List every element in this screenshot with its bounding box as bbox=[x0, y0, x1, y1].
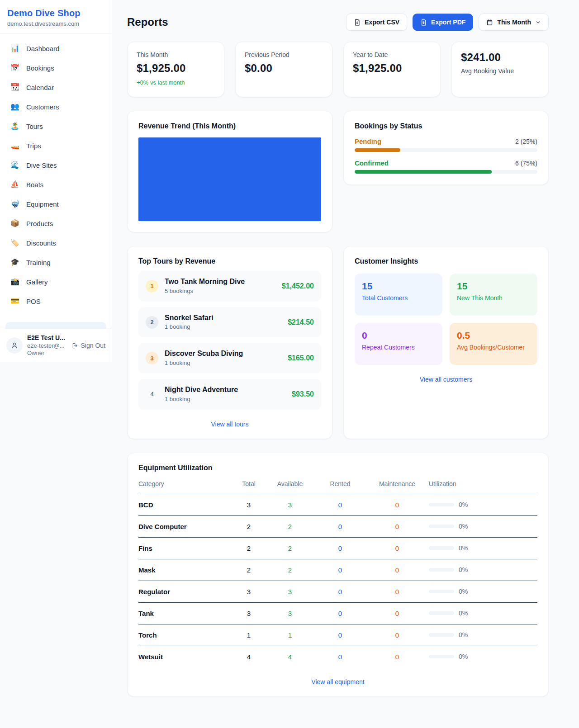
table-row: Regulator 3 3 0 0 0% bbox=[138, 581, 537, 603]
tour-name: Snorkel Safari bbox=[165, 313, 288, 323]
stat-previous-period: Previous Period $0.00 bbox=[235, 42, 332, 97]
status-row-confirmed: Confirmed 6 (75%) bbox=[355, 159, 537, 174]
sidebar-item-pos[interactable]: 💳 POS bbox=[5, 293, 106, 310]
equipment-total: 2 bbox=[233, 544, 265, 552]
sidebar-item-gallery[interactable]: 📸 Gallery bbox=[5, 273, 106, 290]
equipment-category: Dive Computer bbox=[138, 523, 233, 530]
revenue-trend-chart bbox=[138, 137, 321, 221]
sidebar-item-label: Discounts bbox=[26, 239, 56, 247]
equipment-available: 2 bbox=[265, 523, 315, 530]
reports-page: Demo Dive Shop demo.test.divestreams.com… bbox=[0, 0, 579, 728]
user-panel: E2E Test U... e2e-tester@... Owner Sign … bbox=[0, 329, 112, 362]
equipment-rented: 0 bbox=[315, 588, 365, 596]
sidebar-item-trips[interactable]: 🚤 Trips bbox=[5, 137, 106, 154]
page-header: Reports Export CSV Export PDF bbox=[127, 14, 549, 31]
stat-year-to-date: Year to Date $1,925.00 bbox=[343, 42, 441, 97]
export-pdf-button[interactable]: Export PDF bbox=[413, 14, 473, 31]
col-utilization: Utilization bbox=[429, 480, 537, 487]
sidebar-item-training[interactable]: 🎓 Training bbox=[5, 254, 106, 271]
stat-delta: +0% vs last month bbox=[137, 79, 215, 86]
pos-icon: 💳 bbox=[10, 298, 20, 305]
equipment-rented: 0 bbox=[315, 523, 365, 530]
equipment-total: 2 bbox=[233, 523, 265, 530]
equipment-total: 2 bbox=[233, 566, 265, 574]
stat-avg-booking-value: $241.00 Avg Booking Value bbox=[451, 42, 549, 97]
view-all-equipment-link[interactable]: View all equipment bbox=[138, 678, 537, 685]
tour-list-item: 4 Night Dive Adventure 1 booking $93.50 bbox=[138, 379, 321, 410]
sidebar-item-products[interactable]: 📦 Products bbox=[5, 215, 106, 232]
equipment-rented: 0 bbox=[315, 653, 365, 661]
table-row: BCD 3 3 0 0 0% bbox=[138, 494, 537, 516]
status-label: Confirmed bbox=[355, 159, 389, 167]
calendar-icon bbox=[486, 19, 493, 26]
shop-name: Demo Dive Shop bbox=[7, 8, 104, 19]
equipment-category: Regulator bbox=[138, 588, 233, 596]
sidebar-item-label: Dive Sites bbox=[26, 161, 57, 169]
view-all-customers-link[interactable]: View all customers bbox=[355, 376, 537, 383]
col-rented: Rented bbox=[315, 480, 365, 487]
stat-this-month: This Month $1,925.00 +0% vs last month bbox=[127, 42, 224, 97]
utilization-bar bbox=[429, 546, 454, 550]
stat-value: $0.00 bbox=[245, 62, 323, 75]
equipment-rented: 0 bbox=[315, 631, 365, 639]
sidebar-item-discounts[interactable]: 🏷️ Discounts bbox=[5, 234, 106, 251]
view-all-tours-link[interactable]: View all tours bbox=[138, 421, 321, 428]
chevron-down-icon bbox=[535, 19, 541, 25]
sidebar-item-equipment[interactable]: 🤿 Equipment bbox=[5, 195, 106, 213]
sidebar-item-bookings[interactable]: 📅 Bookings bbox=[5, 59, 106, 76]
main-content: Reports Export CSV Export PDF bbox=[127, 0, 549, 697]
period-selector[interactable]: This Month bbox=[479, 14, 549, 31]
sidebar-item-label: Bookings bbox=[26, 64, 54, 72]
sidebar-item-label: Tours bbox=[26, 123, 43, 130]
sidebar-item-dive-sites[interactable]: 🌊 Dive Sites bbox=[5, 156, 106, 174]
status-count: 6 (75%) bbox=[515, 160, 537, 167]
top-tours-card: Top Tours by Revenue 1 Two Tank Morning … bbox=[127, 246, 332, 439]
sidebar-item-label: Calendar bbox=[26, 84, 54, 91]
equipment-rented: 0 bbox=[315, 544, 365, 552]
sidebar-item-label: Equipment bbox=[26, 200, 59, 208]
tour-list-item: 3 Discover Scuba Diving 1 booking $165.0… bbox=[138, 343, 321, 373]
rank-badge: 4 bbox=[146, 388, 158, 401]
revenue-trend-title: Revenue Trend (This Month) bbox=[138, 122, 321, 130]
sidebar-item-dashboard[interactable]: 📊 Dashboard bbox=[5, 40, 106, 57]
col-available: Available bbox=[265, 480, 315, 487]
sidebar-item-label: Dashboard bbox=[26, 45, 59, 52]
equipment-maintenance: 0 bbox=[365, 566, 429, 574]
sidebar-item-label: Products bbox=[26, 220, 53, 227]
table-row: Dive Computer 2 2 0 0 0% bbox=[138, 516, 537, 538]
bookings-by-status-card: Bookings by Status Pending 2 (25%) Confi… bbox=[343, 111, 549, 185]
equipment-utilization-card: Equipment Utilization Category Total Ava… bbox=[127, 453, 549, 697]
sidebar-item-boats[interactable]: ⛵ Boats bbox=[5, 176, 106, 193]
tour-revenue: $214.50 bbox=[288, 318, 314, 326]
equipment-available: 2 bbox=[265, 566, 315, 574]
equipment-available: 2 bbox=[265, 544, 315, 552]
stat-value: $1,925.00 bbox=[137, 62, 215, 75]
utilization-bar bbox=[429, 590, 454, 593]
export-csv-button[interactable]: Export CSV bbox=[346, 14, 407, 31]
tile-value: 15 bbox=[362, 281, 435, 292]
table-row: Tank 3 3 0 0 0% bbox=[138, 603, 537, 624]
sign-out-button[interactable]: Sign Out bbox=[71, 342, 105, 349]
sidebar-item-label: Boats bbox=[26, 181, 43, 189]
dashboard-icon: 📊 bbox=[10, 45, 20, 52]
progress-fill bbox=[355, 148, 400, 152]
sidebar-item-customers[interactable]: 👥 Customers bbox=[5, 98, 106, 115]
utilization-value: 0% bbox=[459, 631, 468, 638]
boats-icon: ⛵ bbox=[10, 181, 20, 188]
status-count: 2 (25%) bbox=[515, 138, 537, 145]
table-row: Wetsuit 4 4 0 0 0% bbox=[138, 646, 537, 667]
period-label: This Month bbox=[497, 19, 531, 26]
sidebar-nav: 📊 Dashboard 📅 Bookings 📆 Calendar 👥 Cust… bbox=[5, 40, 106, 312]
col-category: Category bbox=[138, 480, 233, 487]
sidebar-item-tours[interactable]: 🏝️ Tours bbox=[5, 118, 106, 135]
tile-value: 15 bbox=[457, 281, 530, 292]
tour-revenue: $1,452.00 bbox=[282, 282, 314, 290]
tour-bookings: 1 booking bbox=[165, 359, 288, 367]
customer-insights-card: Customer Insights 15 Total Customers 15 … bbox=[343, 246, 549, 439]
equipment-maintenance: 0 bbox=[365, 501, 429, 509]
insight-tiles: 15 Total Customers 15 New This Month 0 R… bbox=[355, 274, 537, 365]
equipment-category: Tank bbox=[138, 610, 233, 617]
avatar bbox=[6, 337, 23, 354]
sidebar-item-calendar[interactable]: 📆 Calendar bbox=[5, 79, 106, 96]
equipment-maintenance: 0 bbox=[365, 544, 429, 552]
